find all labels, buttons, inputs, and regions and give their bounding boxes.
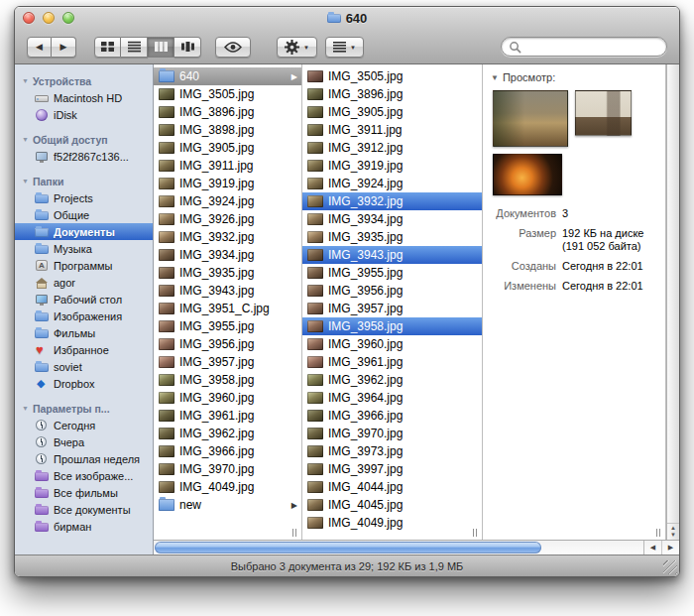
column-resize-handle[interactable] [289, 527, 299, 538]
file-row[interactable]: IMG_3962.jpg ▶ [302, 371, 482, 389]
file-row[interactable]: IMG_3932.jpg ▶ [302, 192, 482, 210]
sidebar-item[interactable]: Все фильмы [15, 484, 153, 501]
file-row[interactable]: IMG_3911.jpg ▶ [154, 157, 301, 175]
scroll-down-arrow-icon[interactable]: ▼ [670, 532, 676, 539]
file-row[interactable]: IMG_3911.jpg ▶ [302, 121, 482, 139]
scrollbar-thumb[interactable] [155, 542, 541, 554]
scroll-right-arrow-icon[interactable]: ▶ [661, 541, 679, 554]
file-row[interactable]: IMG_3966.jpg ▶ [302, 407, 482, 425]
file-row[interactable]: IMG_4045.jpg ▶ [302, 496, 482, 514]
sidebar-section-header[interactable]: ▼ Папки [15, 173, 153, 189]
sidebar-item[interactable]: iDisk [15, 106, 153, 123]
resize-grip[interactable] [663, 560, 677, 574]
file-row[interactable]: IMG_3956.jpg ▶ [154, 335, 301, 353]
file-row[interactable]: IMG_3958.jpg ▶ [154, 371, 301, 389]
scrollbar-track[interactable] [154, 541, 643, 554]
file-row[interactable]: IMG_3919.jpg ▶ [302, 157, 482, 175]
file-row[interactable]: IMG_3964.jpg ▶ [302, 389, 482, 407]
file-row[interactable]: IMG_3962.jpg ▶ [154, 425, 301, 442]
file-row[interactable]: IMG_3955.jpg ▶ [302, 264, 482, 282]
file-row[interactable]: IMG_3943.jpg ▶ [154, 282, 301, 300]
sidebar-item[interactable]: Рабочий стол [15, 291, 153, 308]
quick-look-button[interactable] [215, 37, 251, 58]
file-row[interactable]: IMG_3958.jpg ▶ [302, 317, 482, 335]
zoom-button[interactable] [62, 12, 74, 24]
file-row[interactable]: new ▶ [154, 496, 301, 514]
scroll-up-arrow-icon[interactable]: ▲ [670, 525, 676, 532]
file-row[interactable]: IMG_3957.jpg ▶ [302, 300, 482, 317]
file-row[interactable]: IMG_3919.jpg ▶ [154, 175, 301, 192]
sidebar-item[interactable]: Dropbox [15, 375, 153, 392]
file-row[interactable]: IMG_3970.jpg ▶ [154, 460, 301, 478]
file-row[interactable]: IMG_3957.jpg ▶ [154, 353, 301, 371]
forward-button[interactable]: ▶ [52, 37, 76, 58]
sidebar-item[interactable]: Вчера [15, 433, 153, 450]
vertical-scrollbar[interactable]: ▲ ▼ [666, 64, 679, 540]
close-button[interactable] [23, 12, 35, 24]
file-row[interactable]: IMG_3505.jpg ▶ [154, 85, 301, 103]
column-resize-handle[interactable] [653, 527, 663, 538]
column-view-button[interactable] [148, 37, 174, 58]
sidebar-section-header[interactable]: ▼ Устройства [15, 72, 153, 89]
file-row[interactable]: IMG_3960.jpg ▶ [154, 389, 301, 407]
sidebar-item[interactable]: Изображения [15, 308, 153, 324]
file-row[interactable]: IMG_3935.jpg ▶ [302, 228, 482, 246]
file-row[interactable]: IMG_3896.jpg ▶ [154, 103, 301, 121]
file-row[interactable]: IMG_3943.jpg ▶ [302, 246, 482, 264]
arrange-menu-button[interactable]: ▼ [325, 37, 364, 58]
disclosure-triangle-icon[interactable]: ▼ [491, 73, 499, 82]
horizontal-scrollbar[interactable]: ◀ ▶ [154, 540, 679, 554]
file-row[interactable]: IMG_3955.jpg ▶ [154, 317, 301, 335]
file-row[interactable]: IMG_3926.jpg ▶ [154, 210, 301, 228]
file-row[interactable]: IMG_4049.jpg ▶ [154, 478, 301, 496]
file-row[interactable]: IMG_3956.jpg ▶ [302, 282, 482, 300]
file-row[interactable]: IMG_3973.jpg ▶ [302, 442, 482, 460]
sidebar-item[interactable]: Прошлая неделя [15, 450, 153, 467]
sidebar-item[interactable]: Общие [15, 206, 153, 223]
file-row[interactable]: IMG_4044.jpg ▶ [302, 478, 482, 496]
file-row[interactable]: IMG_3505.jpg ▶ [302, 67, 482, 85]
file-row[interactable]: IMG_4049.jpg ▶ [302, 514, 482, 532]
file-row[interactable]: IMG_3960.jpg ▶ [302, 335, 482, 353]
sidebar-item[interactable]: agor [15, 274, 153, 291]
preview-thumbnail-photo-bonfire[interactable] [493, 154, 562, 195]
sidebar-item[interactable]: Macintosh HD [15, 89, 153, 106]
sidebar-item[interactable]: бирман [15, 518, 153, 535]
column-resize-handle[interactable] [470, 527, 480, 538]
back-button[interactable]: ◀ [27, 37, 52, 58]
sidebar-item[interactable]: Все документы [15, 501, 153, 518]
file-row[interactable]: IMG_3951_C.jpg ▶ [154, 300, 301, 317]
preview-thumbnail-photo-empty-room[interactable] [575, 90, 632, 136]
file-row[interactable]: IMG_3966.jpg ▶ [154, 442, 301, 460]
file-row[interactable]: IMG_3961.jpg ▶ [154, 407, 301, 425]
action-menu-button[interactable]: ▼ [277, 37, 317, 58]
file-row[interactable]: IMG_3932.jpg ▶ [154, 228, 301, 246]
search-input[interactable] [525, 40, 659, 55]
sidebar-item[interactable]: Музыка [15, 240, 153, 257]
sidebar-item[interactable]: Сегодня [15, 417, 153, 433]
sidebar-item[interactable]: Все изображе... [15, 467, 153, 484]
file-row[interactable]: IMG_3970.jpg ▶ [302, 425, 482, 442]
search-field[interactable] [501, 37, 667, 57]
sidebar-item[interactable]: soviet [15, 358, 153, 375]
scroll-left-arrow-icon[interactable]: ◀ [644, 541, 661, 554]
sidebar-section-header[interactable]: ▼ Параметры п... [15, 400, 153, 417]
preview-thumbnail-photo-flooring-work[interactable] [493, 90, 568, 147]
list-view-button[interactable] [121, 37, 148, 58]
sidebar-item[interactable]: f52f2867c136... [15, 148, 153, 165]
file-row[interactable]: IMG_3961.jpg ▶ [302, 353, 482, 371]
sidebar-item[interactable]: Projects [15, 189, 153, 206]
file-row[interactable]: IMG_3896.jpg ▶ [302, 85, 482, 103]
icon-view-button[interactable] [94, 37, 121, 58]
file-row[interactable]: IMG_3924.jpg ▶ [154, 192, 301, 210]
minimize-button[interactable] [43, 12, 55, 24]
file-row[interactable]: IMG_3934.jpg ▶ [154, 246, 301, 264]
file-row[interactable]: IMG_3997.jpg ▶ [302, 460, 482, 478]
sidebar-item[interactable]: Программы [15, 257, 153, 274]
coverflow-view-button[interactable] [174, 37, 201, 58]
file-row[interactable]: IMG_3924.jpg ▶ [302, 175, 482, 192]
sidebar-item[interactable]: Избранное [15, 341, 153, 358]
file-row[interactable]: IMG_3898.jpg ▶ [154, 121, 301, 139]
file-row[interactable]: 640 ▶ [154, 67, 301, 85]
file-row[interactable]: IMG_3905.jpg ▶ [154, 139, 301, 157]
